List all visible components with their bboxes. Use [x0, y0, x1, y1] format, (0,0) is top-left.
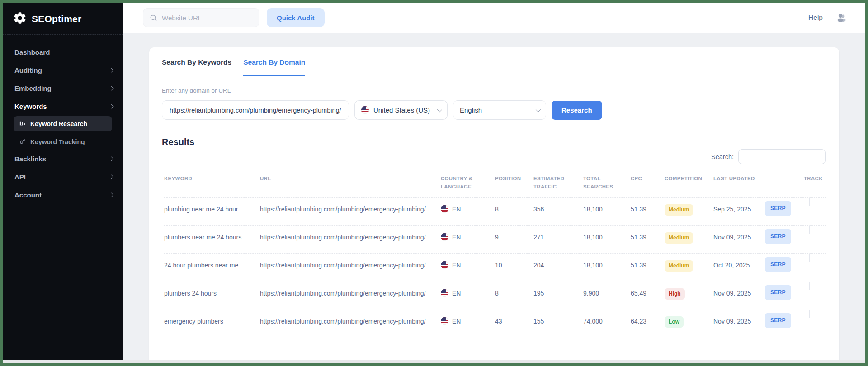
track-checkbox[interactable] — [809, 253, 810, 262]
cell-position: 10 — [495, 254, 533, 272]
cell-position: 8 — [495, 198, 533, 216]
bottom-strip — [3, 360, 865, 363]
results-title: Results — [149, 120, 839, 147]
website-url-input[interactable] — [162, 14, 253, 22]
topbar: Quick Audit Help — [123, 3, 865, 33]
sidebar-item-dashboard[interactable]: Dashboard — [14, 43, 115, 61]
table-row: plumbers near me 24 hours https://relian… — [164, 225, 826, 253]
domain-url-input[interactable] — [162, 100, 349, 120]
quick-audit-button[interactable]: Quick Audit — [267, 8, 325, 27]
serp-button[interactable]: SERP — [765, 201, 791, 216]
col-header-country-language: COUNTRY & LANGUAGE — [441, 175, 495, 191]
cell-last-updated: Nov 09, 2025 — [713, 226, 765, 244]
track-checkbox[interactable] — [809, 310, 810, 318]
tab-search-by-keywords[interactable]: Search By Keywords — [162, 58, 231, 76]
language-select[interactable]: English — [453, 100, 546, 120]
language-code: EN — [452, 205, 461, 214]
language-code: EN — [452, 317, 461, 326]
keyword-research-card: Search By Keywords Search By Domain Ente… — [149, 47, 839, 360]
col-header-track: TRACK — [804, 175, 829, 191]
help-link[interactable]: Help — [808, 14, 823, 22]
app-window: SEOptimer Dashboard Auditing Embedding K… — [3, 3, 865, 360]
cell-last-updated: Sep 25, 2025 — [713, 198, 765, 216]
chevron-right-icon — [109, 68, 114, 72]
results-table-body: plumbing near me 24 hour https://reliant… — [164, 197, 826, 338]
cell-keyword: emergency plumbers — [164, 310, 260, 328]
screenshot-root: { "colors": { "frame_border": "#4a7a55",… — [0, 0, 868, 366]
tab-bar: Search By Keywords Search By Domain — [149, 47, 839, 76]
cell-competition: Medium — [665, 226, 713, 246]
logo[interactable]: SEOptimer — [3, 3, 123, 35]
cell-last-updated: Nov 09, 2025 — [713, 282, 765, 300]
cell-total-searches: 18,100 — [583, 198, 631, 216]
sidebar-item-auditing[interactable]: Auditing — [14, 61, 115, 79]
serp-button[interactable]: SERP — [765, 257, 791, 272]
col-header-cpc: CPC — [631, 175, 665, 191]
cell-last-updated: Nov 09, 2025 — [713, 310, 765, 328]
cell-country-language: EN — [441, 198, 495, 216]
cell-estimated-traffic: 155 — [533, 310, 583, 328]
us-flag-icon — [361, 106, 369, 114]
cell-url: https://reliantplumbing.com/plumbing/eme… — [260, 310, 441, 328]
domain-form-label: Enter any domain or URL — [162, 87, 826, 94]
track-checkbox[interactable] — [809, 225, 810, 234]
competition-badge: Low — [665, 316, 684, 328]
table-row: 24 hour plumbers near me https://reliant… — [164, 253, 826, 282]
cell-total-searches: 18,100 — [583, 254, 631, 272]
sidebar-item-api[interactable]: API — [14, 168, 115, 186]
cell-country-language: EN — [441, 310, 495, 328]
us-flag-icon — [441, 289, 448, 297]
table-search-input[interactable] — [738, 149, 826, 164]
serp-button[interactable]: SERP — [765, 229, 791, 244]
country-selected-value: United States (US) — [373, 106, 433, 114]
key-icon — [19, 138, 26, 146]
table-row: emergency plumbers https://reliantplumbi… — [164, 310, 826, 338]
sidebar-item-backlinks[interactable]: Backlinks — [14, 150, 115, 168]
competition-badge: Medium — [665, 204, 693, 216]
col-header-position: POSITION — [495, 175, 533, 191]
chevron-down-icon — [536, 107, 541, 112]
chevron-right-icon — [109, 104, 114, 108]
serp-button[interactable]: SERP — [765, 285, 791, 300]
cell-competition: High — [665, 282, 713, 302]
cell-total-searches: 9,900 — [583, 282, 631, 300]
cell-cpc: 51.39 — [631, 226, 665, 244]
cell-estimated-traffic: 204 — [533, 254, 583, 272]
language-code: EN — [452, 289, 461, 298]
sidebar-item-embedding[interactable]: Embedding — [14, 79, 115, 97]
chevron-right-icon — [109, 156, 114, 161]
col-header-total-searches: TOTAL SEARCHES — [583, 175, 631, 191]
search-icon — [150, 14, 157, 22]
research-button[interactable]: Research — [552, 101, 602, 120]
sidebar-item-keyword-research[interactable]: Keyword Research — [14, 116, 112, 131]
cell-cpc: 64.23 — [631, 310, 665, 328]
us-flag-icon — [441, 205, 448, 213]
serp-button[interactable]: SERP — [765, 313, 791, 328]
cell-keyword: plumbers 24 hours — [164, 282, 260, 300]
cell-estimated-traffic: 271 — [533, 226, 583, 244]
user-avatar-icon[interactable] — [835, 13, 847, 23]
sidebar-item-keywords[interactable]: Keywords — [14, 97, 115, 115]
language-code: EN — [452, 261, 461, 270]
sidebar: SEOptimer Dashboard Auditing Embedding K… — [3, 3, 123, 360]
cell-keyword: plumbers near me 24 hours — [164, 226, 260, 244]
sidebar-item-account[interactable]: Account — [14, 186, 115, 204]
track-checkbox[interactable] — [809, 197, 810, 206]
domain-form: Enter any domain or URL United States (U… — [149, 76, 839, 120]
competition-badge: Medium — [665, 260, 693, 272]
website-url-search[interactable] — [143, 8, 259, 27]
main-content: Search By Keywords Search By Domain Ente… — [123, 33, 865, 360]
us-flag-icon — [441, 261, 448, 269]
country-select[interactable]: United States (US) — [354, 100, 448, 120]
chevron-right-icon — [109, 174, 114, 179]
tab-search-by-domain[interactable]: Search By Domain — [243, 58, 305, 76]
sidebar-item-keyword-tracking[interactable]: Keyword Tracking — [14, 134, 115, 150]
cell-last-updated: Oct 20, 2025 — [713, 254, 765, 272]
cell-estimated-traffic: 195 — [533, 282, 583, 300]
col-header-competition: COMPETITION — [665, 175, 713, 191]
cell-total-searches: 74,000 — [583, 310, 631, 328]
cell-competition: Low — [665, 310, 713, 330]
table-search-label: Search: — [711, 153, 734, 160]
track-checkbox[interactable] — [809, 282, 810, 290]
language-code: EN — [452, 233, 461, 242]
